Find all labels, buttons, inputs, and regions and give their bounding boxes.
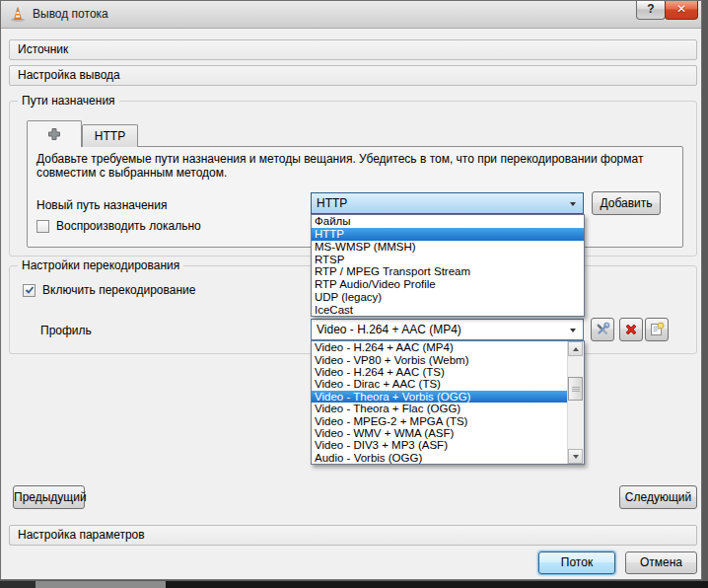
profile-option[interactable]: Video - WMV + WMA (ASF)	[312, 427, 568, 439]
profile-scrollbar[interactable]	[567, 341, 584, 464]
destination-method-value: HTTP	[317, 196, 347, 210]
profile-list: Video - H.264 + AAC (MP4)Video - VP80 + …	[312, 341, 568, 464]
enable-transcoding-label: Включить перекодирование	[42, 283, 195, 297]
profile-option[interactable]: Video - VP80 + Vorbis (Webm)	[312, 353, 568, 365]
destination-method-dropdown: ФайлыHTTPMS-WMSP (MMSH)RTSPRTP / MPEG Tr…	[311, 214, 585, 317]
chevron-down-icon	[570, 202, 576, 206]
document-info-icon	[649, 322, 665, 337]
section-source[interactable]: Источник	[9, 39, 697, 60]
prev-button[interactable]: Предыдущий	[13, 485, 85, 509]
destinations-group-title: Пути назначения	[18, 94, 119, 108]
dest-method-option[interactable]: IceCast	[312, 303, 584, 316]
play-locally-checkbox[interactable]: Воспроизводить локально	[36, 219, 201, 233]
profile-label: Профиль	[40, 324, 92, 337]
edit-profile-button[interactable]	[591, 318, 614, 341]
desktop: Вывод потока ? ✕ Источник Настройка выво…	[0, 0, 708, 588]
vlc-cone-icon	[10, 6, 26, 22]
transcoding-group-title: Настройки перекодирования	[18, 258, 183, 272]
destination-method-combobox[interactable]: HTTP	[311, 192, 584, 214]
chevron-down-icon	[570, 329, 576, 332]
enable-transcoding-checkbox[interactable]: Включить перекодирование	[23, 283, 195, 297]
profile-info-button[interactable]	[645, 318, 669, 341]
profile-option[interactable]: Video - H.264 + AAC (MP4)	[312, 341, 568, 353]
tools-icon	[595, 322, 610, 337]
stream-button[interactable]: Поток	[538, 551, 615, 574]
dest-method-option[interactable]: RTSP	[312, 253, 584, 265]
checkbox-unchecked-icon[interactable]	[36, 220, 49, 233]
dest-method-option[interactable]: UDP (legacy)	[312, 291, 584, 304]
tab-add-destination[interactable]	[27, 120, 82, 147]
dest-method-option[interactable]: RTP Audio/Video Profile	[312, 278, 584, 291]
delete-x-icon	[623, 322, 639, 337]
dest-method-option[interactable]: MS-WMSP (MMSH)	[312, 241, 584, 254]
plus-icon	[47, 127, 61, 141]
scrollbar-thumb[interactable]	[568, 377, 583, 401]
checkbox-checked-icon[interactable]	[23, 284, 35, 297]
close-button[interactable]: ✕	[665, 1, 698, 20]
profile-dropdown: Video - H.264 + AAC (MP4)Video - VP80 + …	[311, 340, 585, 465]
new-destination-label: Новый путь назначения	[36, 198, 167, 212]
next-button[interactable]: Следующий	[619, 485, 697, 509]
dest-method-option[interactable]: Файлы	[312, 215, 584, 228]
delete-profile-button[interactable]	[619, 318, 643, 341]
destination-description: Добавьте требуемые пути назначения и мет…	[36, 152, 677, 180]
profile-option[interactable]: Video - MPEG-2 + MPGA (TS)	[312, 414, 568, 426]
profile-value: Video - H.264 + AAC (MP4)	[317, 323, 461, 336]
destination-method-list: ФайлыHTTPMS-WMSP (MMSH)RTSPRTP / MPEG Tr…	[312, 215, 584, 316]
scroll-down-icon[interactable]	[568, 449, 583, 464]
profile-option[interactable]: Audio - Vorbis (OGG)	[312, 452, 568, 464]
section-output-setup[interactable]: Настройка вывода	[9, 65, 697, 86]
profile-option[interactable]: Video - DIV3 + MP3 (ASF)	[312, 439, 568, 451]
section-option-setup[interactable]: Настройка параметров	[9, 525, 697, 546]
dest-method-option[interactable]: RTP / MPEG Transport Stream	[312, 265, 584, 278]
title-bar[interactable]: Вывод потока ? ✕	[1, 1, 701, 29]
profile-option[interactable]: Video - Theora + Flac (OGG)	[312, 403, 568, 414]
help-button[interactable]: ?	[636, 1, 666, 20]
dest-method-option[interactable]: HTTP	[312, 228, 584, 241]
window-title: Вывод потока	[33, 1, 108, 28]
cancel-button[interactable]: Отмена	[625, 551, 697, 574]
stream-output-dialog: Вывод потока ? ✕ Источник Настройка выво…	[0, 0, 702, 580]
profile-option[interactable]: Video - Dirac + AAC (TS)	[312, 378, 568, 390]
tab-http[interactable]: HTTP	[82, 124, 138, 147]
play-locally-label: Воспроизводить локально	[56, 219, 201, 233]
profile-option[interactable]: Video - H.264 + AAC (TS)	[312, 366, 568, 378]
add-button[interactable]: Добавить	[592, 191, 661, 215]
background-strip	[0, 581, 708, 588]
profile-combobox[interactable]: Video - H.264 + AAC (MP4)	[311, 319, 584, 340]
scroll-up-icon[interactable]	[568, 341, 583, 356]
profile-option[interactable]: Video - Theora + Vorbis (OGG)	[312, 391, 568, 403]
